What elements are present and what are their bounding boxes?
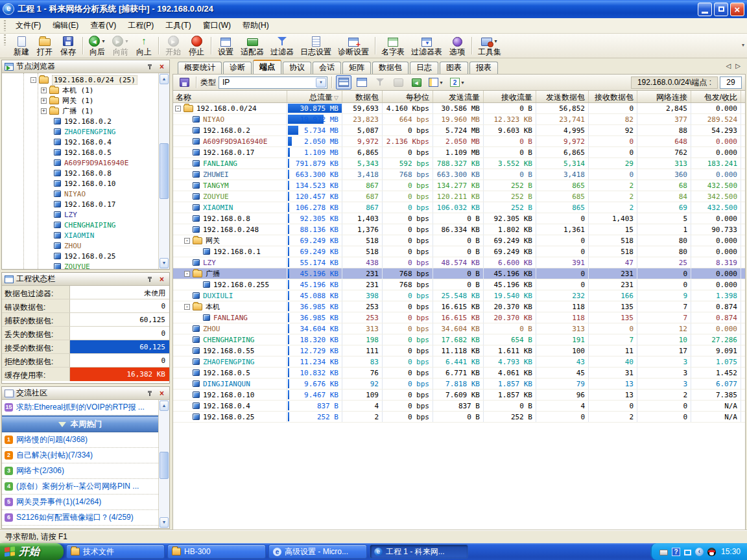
tab-协议[interactable]: 协议 bbox=[283, 62, 311, 74]
table-row[interactable]: ZHUWEI663.300 KB3,418768 bps663.300 KB0 … bbox=[173, 169, 745, 180]
menu-item[interactable]: 工具(T) bbox=[160, 18, 196, 34]
scroll-thumb[interactable] bbox=[160, 143, 169, 198]
tree-item[interactable]: 192.168.0.8 bbox=[2, 168, 158, 178]
table-row[interactable]: TANGYM134.523 KB8670 bps134.277 KB252 B8… bbox=[173, 180, 745, 191]
column-header[interactable]: 每秒位 bbox=[383, 91, 433, 102]
tree-item[interactable]: XIAOMIN bbox=[2, 230, 158, 240]
column-header[interactable]: 接收数据包 bbox=[589, 91, 637, 102]
table-row[interactable]: 192.168.0.25.734 MB5,0870 bps5.724 MB9.6… bbox=[173, 125, 745, 136]
tree-item[interactable]: ZHAOFENGPING bbox=[2, 126, 158, 137]
scroll-up-icon[interactable]: ▲ bbox=[160, 401, 169, 411]
table-row[interactable]: FANLIANG36.985 KB2530 bps16.615 KB20.370… bbox=[173, 312, 745, 323]
community-item[interactable]: 2自己解决(封帖)(7/334) bbox=[2, 448, 158, 463]
toolbar-button-stop-circle[interactable]: 停止 bbox=[185, 34, 208, 57]
table-row[interactable]: CHENGHAIPING18.320 KB1980 bps17.682 KB65… bbox=[173, 334, 745, 345]
pin-button[interactable] bbox=[145, 275, 154, 284]
start-button[interactable]: 开始 bbox=[0, 543, 64, 560]
export-button[interactable] bbox=[176, 75, 192, 89]
tab-矩阵[interactable]: 矩阵 bbox=[342, 62, 371, 74]
detail-view-button[interactable] bbox=[354, 75, 370, 89]
tree-item[interactable]: +本机 (1) bbox=[2, 85, 158, 95]
table-row[interactable]: ZHAOFENGPING11.234 KB830 bps6.441 KB4.79… bbox=[173, 356, 745, 368]
tree-item[interactable]: +广播 (1) bbox=[2, 106, 158, 116]
toolbar-button-options-sphere[interactable]: 选项 bbox=[445, 34, 469, 57]
menu-item[interactable]: 文件(F) bbox=[10, 18, 47, 34]
tab-报表[interactable]: 报表 bbox=[469, 62, 498, 74]
expand-toggle-icon[interactable]: - bbox=[30, 77, 36, 83]
toolbar-button-toolset-monitor[interactable]: ▼工具集 bbox=[475, 34, 504, 57]
tree-item[interactable]: 192.168.0.17 bbox=[2, 199, 158, 209]
community-link[interactable]: 怎么理解丢包率？(3/258) bbox=[16, 528, 103, 528]
window-icon[interactable] bbox=[684, 550, 691, 555]
tab-图表[interactable]: 图表 bbox=[440, 62, 468, 74]
tree-item[interactable]: ZHOU bbox=[2, 240, 158, 251]
expand-toggle-icon[interactable]: - bbox=[184, 271, 190, 277]
community-item[interactable]: 3网络卡(2/306) bbox=[2, 463, 158, 479]
help-icon[interactable] bbox=[672, 548, 680, 556]
expand-toggle-icon[interactable]: + bbox=[41, 88, 47, 93]
expand-toggle-icon[interactable]: - bbox=[184, 238, 190, 244]
toolbar-overflow-icon[interactable]: ▾ bbox=[742, 42, 744, 48]
tree-item[interactable]: 192.168.0.25 bbox=[2, 251, 158, 261]
toolbar-button-save-disk[interactable]: 保存 bbox=[56, 34, 80, 57]
scroll-track[interactable] bbox=[159, 412, 169, 517]
tab-数据包[interactable]: 数据包 bbox=[372, 62, 409, 74]
tree-item[interactable]: A609F9D9A16940E bbox=[2, 158, 158, 168]
table-row[interactable]: ZOUYUE120.457 KB6870 bps120.211 KB252 B6… bbox=[173, 191, 745, 202]
tree-item[interactable]: CHENGHAIPING bbox=[2, 220, 158, 230]
menubar-grip[interactable] bbox=[4, 20, 6, 31]
table-row[interactable]: 192.168.0.25252 B20 bps0 B252 B020N/A bbox=[173, 412, 745, 423]
toolbar-button-name-table[interactable]: 名字表 bbox=[378, 34, 408, 57]
toolbar-button-open-folder[interactable]: 打开 bbox=[33, 34, 56, 57]
menu-item[interactable]: 工程(P) bbox=[122, 18, 160, 34]
table-row[interactable]: 192.168.0.25545.196 KB231768 bps0 B45.19… bbox=[173, 279, 745, 290]
table-row[interactable]: -192.168.0.0/2430.875 MB59,6934.160 Kbps… bbox=[173, 103, 745, 114]
table-row[interactable]: FANLIANG791.879 KB5,343592 bps788.327 KB… bbox=[173, 158, 745, 169]
pin-button[interactable] bbox=[145, 62, 154, 71]
restore-button[interactable] bbox=[714, 3, 728, 16]
tree-item[interactable]: 192.168.0.5 bbox=[2, 147, 158, 158]
table-row[interactable]: NIYAO19.972 MB23,823664 bps19.960 MB12.3… bbox=[173, 114, 745, 125]
menu-item[interactable]: 窗口(W) bbox=[197, 18, 237, 34]
table-row[interactable]: 192.168.0.171.109 MB6,8650 bps1.109 MB0 … bbox=[173, 147, 745, 158]
qq-icon[interactable] bbox=[707, 548, 716, 556]
community-link[interactable]: 网关灵异事件(1)(14/264) bbox=[16, 496, 101, 508]
node-tree-scrollbar[interactable]: ▲ ▼ bbox=[158, 73, 169, 269]
toolbar-button-filter-table[interactable]: 过滤器表 bbox=[408, 34, 445, 57]
tab-诊断[interactable]: 诊断 bbox=[223, 62, 252, 74]
community-item[interactable]: 5网关灵异事件(1)(14/264) bbox=[2, 495, 158, 510]
table-row[interactable]: 192.168.0.169.249 KB5180 bps0 B69.249 KB… bbox=[173, 246, 745, 257]
toolbar-button-adapter-card[interactable]: 适配器 bbox=[237, 34, 267, 57]
taskbar-task[interactable]: 高级设置 - Micro... bbox=[268, 544, 367, 559]
tree-view-button[interactable] bbox=[336, 75, 351, 89]
column-header[interactable]: 数据包 bbox=[342, 91, 383, 102]
panel-close-button[interactable]: × bbox=[157, 389, 167, 398]
window-titlebar[interactable]: 工程 1 - 科来网络分析系统 [捕获中] - 192.168.0.0/24 × bbox=[0, 0, 747, 18]
tab-日志[interactable]: 日志 bbox=[410, 62, 438, 74]
toolbar-button-diagnosis-cross[interactable]: 诊断设置 bbox=[335, 34, 372, 57]
scroll-track[interactable] bbox=[159, 85, 169, 257]
taskbar-task[interactable]: HB-300 bbox=[167, 544, 266, 559]
keyboard-icon[interactable] bbox=[659, 550, 668, 555]
column-header[interactable]: 接收流量 bbox=[484, 91, 536, 102]
community-item[interactable]: 15求助:Ethereal抓到的VOIP的RTP报 ... bbox=[2, 400, 158, 415]
tree-item[interactable]: 192.168.0.2 bbox=[2, 116, 158, 126]
column-header[interactable]: 总流量▽ bbox=[287, 91, 342, 102]
table-row[interactable]: 192.168.0.109.467 KB1090 bps7.609 KB1.85… bbox=[173, 390, 745, 401]
refresh-button[interactable]: 2▼ bbox=[448, 75, 467, 89]
toolbar-button-up-arrow[interactable]: ↑向上 bbox=[132, 34, 156, 57]
community-link[interactable]: S2126如何配置镜像端口？(4/259) bbox=[16, 512, 134, 523]
combo-dropdown-icon[interactable]: ▼ bbox=[316, 78, 326, 88]
tab-scroll-left-icon[interactable]: ◁ bbox=[726, 62, 731, 69]
tab-会话[interactable]: 会话 bbox=[313, 62, 341, 74]
community-link[interactable]: 求助:Ethereal抓到的VOIP的RTP报 ... bbox=[16, 402, 145, 413]
close-button[interactable]: × bbox=[730, 3, 744, 16]
columns-button[interactable]: ▼ bbox=[427, 75, 445, 89]
expand-toggle-icon[interactable]: + bbox=[41, 98, 47, 104]
tree-item[interactable]: 192.168.0.10 bbox=[2, 178, 158, 189]
taskbar-task[interactable]: 技术文件 bbox=[66, 544, 165, 559]
table-row[interactable]: -本机36.985 KB2530 bps16.615 KB20.370 KB11… bbox=[173, 301, 745, 312]
toolbar-button-settings-grid[interactable]: 设置 bbox=[214, 34, 237, 57]
panel-close-button[interactable]: × bbox=[157, 62, 167, 71]
community-item[interactable]: 4(原创）案例分析--某公司网络PIN ... bbox=[2, 479, 158, 495]
